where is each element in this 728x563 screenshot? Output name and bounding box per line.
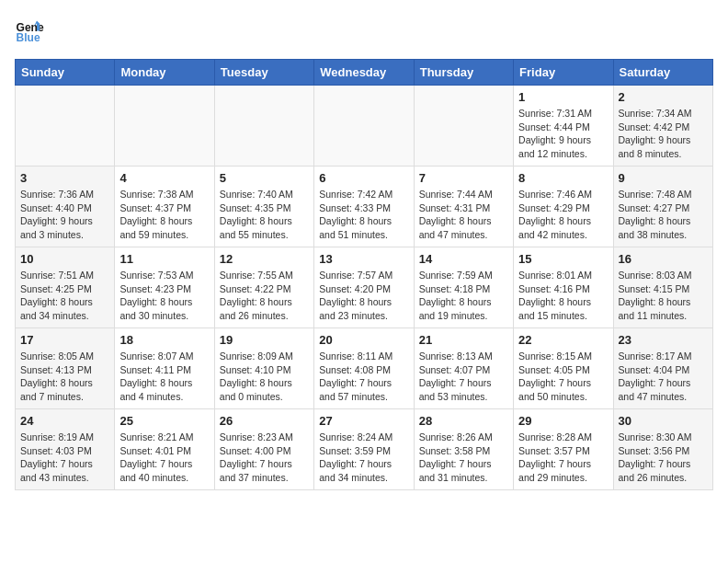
- calendar-week-row: 10Sunrise: 7:51 AMSunset: 4:25 PMDayligh…: [16, 247, 713, 328]
- day-info: Sunrise: 7:42 AMSunset: 4:33 PMDaylight:…: [319, 188, 408, 242]
- day-info: Sunrise: 8:01 AMSunset: 4:16 PMDaylight:…: [518, 269, 608, 323]
- calendar-day-cell: 1Sunrise: 7:31 AMSunset: 4:44 PMDaylight…: [514, 86, 613, 167]
- calendar-day-cell: 28Sunrise: 8:26 AMSunset: 3:58 PMDayligh…: [414, 409, 513, 490]
- day-info: Sunrise: 8:09 AMSunset: 4:10 PMDaylight:…: [220, 350, 309, 404]
- day-of-week-header: Thursday: [414, 60, 513, 86]
- calendar-day-cell: 3Sunrise: 7:36 AMSunset: 4:40 PMDaylight…: [16, 167, 115, 247]
- day-info: Sunrise: 7:51 AMSunset: 4:25 PMDaylight:…: [20, 269, 109, 323]
- day-info: Sunrise: 7:44 AMSunset: 4:31 PMDaylight:…: [419, 188, 508, 242]
- day-of-week-header: Tuesday: [214, 60, 313, 86]
- day-info: Sunrise: 8:05 AMSunset: 4:13 PMDaylight:…: [20, 350, 109, 404]
- calendar-day-cell: 29Sunrise: 8:28 AMSunset: 3:57 PMDayligh…: [514, 409, 613, 490]
- calendar-day-cell: 17Sunrise: 8:05 AMSunset: 4:13 PMDayligh…: [16, 328, 115, 409]
- day-info: Sunrise: 8:17 AMSunset: 4:04 PMDaylight:…: [619, 350, 708, 404]
- calendar-day-cell: 20Sunrise: 8:11 AMSunset: 4:08 PMDayligh…: [314, 328, 414, 409]
- day-of-week-header: Wednesday: [314, 60, 414, 86]
- day-number: 1: [518, 90, 608, 104]
- day-number: 18: [119, 333, 209, 347]
- calendar-week-row: 24Sunrise: 8:19 AMSunset: 4:03 PMDayligh…: [16, 409, 713, 490]
- day-number: 16: [619, 252, 708, 266]
- day-number: 7: [419, 171, 508, 185]
- calendar-week-row: 1Sunrise: 7:31 AMSunset: 4:44 PMDaylight…: [16, 86, 713, 167]
- calendar-week-row: 17Sunrise: 8:05 AMSunset: 4:13 PMDayligh…: [16, 328, 713, 409]
- day-info: Sunrise: 8:26 AMSunset: 3:58 PMDaylight:…: [419, 431, 508, 485]
- calendar-day-cell: 24Sunrise: 8:19 AMSunset: 4:03 PMDayligh…: [16, 409, 115, 490]
- day-info: Sunrise: 7:46 AMSunset: 4:29 PMDaylight:…: [518, 188, 608, 242]
- day-number: 22: [518, 333, 608, 347]
- day-number: 20: [319, 333, 408, 347]
- day-number: 23: [619, 333, 708, 347]
- day-info: Sunrise: 8:15 AMSunset: 4:05 PMDaylight:…: [518, 350, 608, 404]
- day-number: 30: [619, 414, 708, 428]
- calendar-day-cell: 10Sunrise: 7:51 AMSunset: 4:25 PMDayligh…: [16, 247, 115, 328]
- calendar-day-cell: 25Sunrise: 8:21 AMSunset: 4:01 PMDayligh…: [115, 409, 214, 490]
- calendar-day-cell: 15Sunrise: 8:01 AMSunset: 4:16 PMDayligh…: [514, 247, 613, 328]
- day-number: 11: [119, 252, 209, 266]
- calendar-day-cell: 21Sunrise: 8:13 AMSunset: 4:07 PMDayligh…: [414, 328, 513, 409]
- calendar-day-cell: 26Sunrise: 8:23 AMSunset: 4:00 PMDayligh…: [214, 409, 313, 490]
- day-of-week-header: Monday: [115, 60, 214, 86]
- calendar-header-row: SundayMondayTuesdayWednesdayThursdayFrid…: [16, 60, 713, 86]
- calendar-day-cell: [16, 86, 115, 167]
- day-number: 6: [319, 171, 408, 185]
- calendar-day-cell: 8Sunrise: 7:46 AMSunset: 4:29 PMDaylight…: [514, 167, 613, 247]
- day-number: 26: [220, 414, 309, 428]
- day-number: 29: [518, 414, 608, 428]
- calendar-day-cell: 12Sunrise: 7:55 AMSunset: 4:22 PMDayligh…: [214, 247, 313, 328]
- day-info: Sunrise: 7:57 AMSunset: 4:20 PMDaylight:…: [319, 269, 408, 323]
- day-of-week-header: Saturday: [613, 60, 712, 86]
- calendar-day-cell: 9Sunrise: 7:48 AMSunset: 4:27 PMDaylight…: [613, 167, 712, 247]
- calendar-day-cell: 7Sunrise: 7:44 AMSunset: 4:31 PMDaylight…: [414, 167, 513, 247]
- calendar-day-cell: 4Sunrise: 7:38 AMSunset: 4:37 PMDaylight…: [115, 167, 214, 247]
- day-info: Sunrise: 7:36 AMSunset: 4:40 PMDaylight:…: [20, 188, 109, 242]
- day-info: Sunrise: 8:21 AMSunset: 4:01 PMDaylight:…: [119, 431, 209, 485]
- day-info: Sunrise: 8:03 AMSunset: 4:15 PMDaylight:…: [619, 269, 708, 323]
- day-number: 25: [119, 414, 209, 428]
- day-info: Sunrise: 8:19 AMSunset: 4:03 PMDaylight:…: [20, 431, 109, 485]
- svg-text:Blue: Blue: [17, 31, 40, 44]
- day-info: Sunrise: 8:30 AMSunset: 3:56 PMDaylight:…: [619, 431, 708, 485]
- day-number: 3: [20, 171, 109, 185]
- day-info: Sunrise: 8:24 AMSunset: 3:59 PMDaylight:…: [319, 431, 408, 485]
- calendar-day-cell: 23Sunrise: 8:17 AMSunset: 4:04 PMDayligh…: [613, 328, 712, 409]
- day-info: Sunrise: 8:28 AMSunset: 3:57 PMDaylight:…: [518, 431, 608, 485]
- day-info: Sunrise: 8:13 AMSunset: 4:07 PMDaylight:…: [419, 350, 508, 404]
- day-number: 13: [319, 252, 408, 266]
- day-info: Sunrise: 7:31 AMSunset: 4:44 PMDaylight:…: [518, 107, 608, 161]
- day-number: 12: [220, 252, 309, 266]
- day-info: Sunrise: 7:34 AMSunset: 4:42 PMDaylight:…: [619, 107, 708, 161]
- day-info: Sunrise: 8:23 AMSunset: 4:00 PMDaylight:…: [220, 431, 309, 485]
- calendar-day-cell: 5Sunrise: 7:40 AMSunset: 4:35 PMDaylight…: [214, 167, 313, 247]
- day-number: 5: [220, 171, 309, 185]
- calendar-day-cell: 13Sunrise: 7:57 AMSunset: 4:20 PMDayligh…: [314, 247, 414, 328]
- calendar-day-cell: [414, 86, 513, 167]
- day-number: 2: [619, 90, 708, 104]
- calendar-day-cell: 6Sunrise: 7:42 AMSunset: 4:33 PMDaylight…: [314, 167, 414, 247]
- calendar-day-cell: [115, 86, 214, 167]
- day-number: 27: [319, 414, 408, 428]
- day-number: 14: [419, 252, 508, 266]
- day-of-week-header: Friday: [514, 60, 613, 86]
- day-info: Sunrise: 8:07 AMSunset: 4:11 PMDaylight:…: [119, 350, 209, 404]
- logo-icon: General Blue: [15, 15, 44, 44]
- calendar-table: SundayMondayTuesdayWednesdayThursdayFrid…: [15, 59, 713, 490]
- day-number: 19: [220, 333, 309, 347]
- calendar-day-cell: 19Sunrise: 8:09 AMSunset: 4:10 PMDayligh…: [214, 328, 313, 409]
- day-info: Sunrise: 7:40 AMSunset: 4:35 PMDaylight:…: [220, 188, 309, 242]
- day-number: 17: [20, 333, 109, 347]
- page-header: General Blue: [15, 15, 713, 44]
- day-of-week-header: Sunday: [16, 60, 115, 86]
- day-number: 15: [518, 252, 608, 266]
- calendar-day-cell: 2Sunrise: 7:34 AMSunset: 4:42 PMDaylight…: [613, 86, 712, 167]
- day-info: Sunrise: 7:55 AMSunset: 4:22 PMDaylight:…: [220, 269, 309, 323]
- day-number: 28: [419, 414, 508, 428]
- logo: General Blue: [15, 15, 44, 44]
- day-number: 8: [518, 171, 608, 185]
- calendar-day-cell: 22Sunrise: 8:15 AMSunset: 4:05 PMDayligh…: [514, 328, 613, 409]
- calendar-day-cell: 30Sunrise: 8:30 AMSunset: 3:56 PMDayligh…: [613, 409, 712, 490]
- calendar-week-row: 3Sunrise: 7:36 AMSunset: 4:40 PMDaylight…: [16, 167, 713, 247]
- day-number: 24: [20, 414, 109, 428]
- day-number: 9: [619, 171, 708, 185]
- day-info: Sunrise: 7:38 AMSunset: 4:37 PMDaylight:…: [119, 188, 209, 242]
- day-number: 21: [419, 333, 508, 347]
